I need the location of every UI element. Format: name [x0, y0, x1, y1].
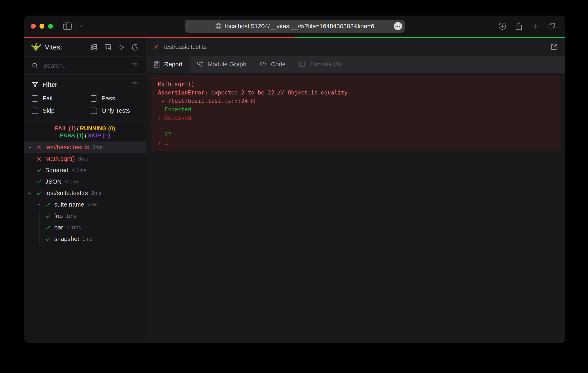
url-text: localhost:51204/__vitest__/#/?file=16484…: [225, 23, 374, 30]
test-duration: 1ms: [66, 213, 76, 219]
search-input[interactable]: [43, 62, 132, 69]
filter-checkbox-only-tests[interactable]: Only Tests: [91, 107, 138, 114]
test-duration: 3ms: [78, 156, 88, 162]
external-link-icon[interactable]: [251, 86, 297, 116]
error-name: AssertionError:: [158, 89, 208, 96]
new-tab-icon[interactable]: [532, 22, 539, 30]
filter-section: Filter Fail Pass: [24, 75, 146, 116]
chevron-down-icon[interactable]: [27, 145, 36, 150]
clear-search-filter-icon[interactable]: [132, 62, 138, 69]
checkbox-label: Only Tests: [102, 107, 130, 114]
tree-indent-guide: [39, 210, 40, 245]
dashboard-icon[interactable]: [104, 44, 111, 51]
tab-label: Console (0): [309, 61, 341, 68]
skip-count: SKIP (--): [88, 132, 110, 139]
tree-row-file-suite[interactable]: test/suite.test.ts 2ms: [24, 187, 146, 199]
sidebar-header: Vitest: [24, 38, 146, 57]
pass-check-icon: [36, 179, 45, 185]
zoom-window-button[interactable]: [48, 24, 53, 29]
checkbox-label: Skip: [42, 107, 54, 114]
tree-row-math-sqrt[interactable]: Math.sqrt() 3ms: [24, 153, 146, 165]
tree-row-file-basic[interactable]: test/basic.test.ts 3ms: [24, 142, 146, 153]
more-options-button[interactable]: [394, 22, 402, 30]
tree-row-snapshot[interactable]: snapshot 1ms: [24, 233, 146, 245]
test-label: suite name: [54, 201, 84, 208]
globe-icon: [215, 23, 222, 30]
sidebar-toggle-icon[interactable]: [63, 22, 72, 30]
tree-indent-guide: [30, 199, 30, 245]
tab-module-graph[interactable]: Module Graph: [190, 56, 253, 73]
checkbox-icon: [32, 108, 38, 114]
traffic-lights: [31, 24, 53, 29]
module-graph-icon: [196, 61, 203, 68]
filter-checkbox-skip[interactable]: Skip: [32, 107, 91, 114]
diff-received-label: + Received: [158, 114, 191, 121]
file-tab-label[interactable]: test/basic.test.ts: [164, 43, 207, 50]
tab-label: Code: [271, 61, 286, 68]
filter-checkbox-pass[interactable]: Pass: [91, 95, 138, 102]
checkbox-icon: [91, 95, 97, 102]
close-window-button[interactable]: [31, 24, 36, 29]
diff-expected-value: - 22: [158, 131, 171, 138]
report-content: Math.sqrt() AssertionError: expected 2 t…: [146, 73, 565, 343]
search-icon: [32, 62, 38, 69]
filter-icon: [32, 81, 38, 88]
test-label: bar: [54, 224, 63, 231]
app-title: Vitest: [45, 43, 62, 51]
pass-check-icon: [45, 236, 54, 242]
status-separator: /: [76, 125, 80, 132]
test-duration: 2ms: [91, 190, 101, 196]
tree-view-icon[interactable]: [90, 44, 97, 51]
tab-overview-icon[interactable]: [548, 22, 556, 30]
tree-row-squared[interactable]: Squared < 1ms: [24, 165, 146, 176]
downloads-icon[interactable]: [498, 22, 506, 30]
sidebar: Vitest: [24, 38, 146, 343]
filter-title: Filter: [42, 81, 57, 88]
tab-code[interactable]: Code: [253, 56, 292, 73]
tree-row-foo[interactable]: foo 1ms: [24, 210, 146, 222]
chevron-down-icon[interactable]: [27, 190, 36, 196]
tree-row-json[interactable]: JSON < 1ms: [24, 176, 146, 187]
checkbox-icon: [91, 108, 97, 114]
test-label: foo: [54, 212, 63, 219]
checkbox-label: Fail: [42, 95, 52, 102]
stack-prefix: -: [158, 98, 168, 104]
console-icon: [299, 61, 305, 67]
tab-report[interactable]: Report: [146, 56, 190, 73]
browser-chrome: localhost:51204/__vitest__/#/?file=16484…: [24, 16, 565, 37]
filter-checkbox-fail[interactable]: Fail: [32, 95, 91, 102]
close-file-tab-icon[interactable]: [153, 44, 159, 50]
pass-check-icon: [36, 167, 45, 173]
view-tabs: Report Module Graph: [146, 56, 565, 73]
chevron-down-icon[interactable]: [79, 23, 84, 29]
tab-console[interactable]: Console (0): [292, 56, 348, 73]
run-all-icon[interactable]: [118, 44, 125, 51]
test-duration: 1ms: [83, 236, 93, 242]
test-label: test/basic.test.ts: [45, 144, 89, 151]
fail-x-icon: [36, 145, 45, 150]
code-icon: [259, 61, 267, 67]
chevron-down-icon[interactable]: [36, 202, 45, 207]
test-duration: 2ms: [88, 201, 98, 208]
share-icon[interactable]: [515, 22, 523, 30]
test-duration: < 1ms: [65, 178, 80, 185]
test-duration: < 1ms: [66, 224, 81, 231]
pass-check-icon: [45, 213, 54, 219]
address-bar[interactable]: localhost:51204/__vitest__/#/?file=16484…: [185, 20, 405, 33]
dark-mode-icon[interactable]: [132, 44, 139, 51]
open-external-icon[interactable]: [550, 43, 558, 51]
stack-file-link[interactable]: /test/basic.test.ts:7:24: [168, 98, 248, 104]
test-label: Math.sqrt(): [45, 155, 75, 162]
running-count: RUNNING (0): [80, 125, 115, 132]
pass-check-icon: [45, 225, 54, 230]
clear-filters-icon[interactable]: [132, 81, 138, 88]
test-duration: < 1ms: [72, 167, 86, 173]
report-icon: [153, 61, 160, 68]
diff-received-value: + 2: [158, 140, 168, 146]
checkbox-label: Pass: [102, 95, 115, 102]
tree-row-suite-name[interactable]: suite name 2ms: [24, 199, 146, 210]
fail-count: FAIL (1): [55, 125, 76, 132]
test-duration: 3ms: [93, 144, 103, 151]
minimize-window-button[interactable]: [40, 24, 44, 29]
tree-row-bar[interactable]: bar < 1ms: [24, 222, 146, 233]
